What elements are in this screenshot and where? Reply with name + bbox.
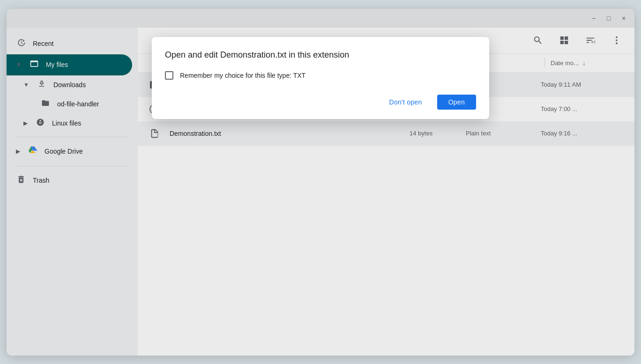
open-button[interactable]: Open [437, 95, 476, 110]
remember-choice-row: Remember my choice for this file type: T… [165, 71, 476, 80]
remember-choice-label: Remember my choice for this file type: T… [180, 72, 306, 79]
open-with-dialog: Open and edit Demonstration.txt in this … [152, 37, 489, 119]
remember-choice-checkbox[interactable] [165, 71, 173, 80]
dialog-actions: Don't open Open [165, 95, 476, 110]
dialog-title: Open and edit Demonstration.txt in this … [165, 50, 476, 60]
dont-open-button[interactable]: Don't open [380, 95, 432, 110]
dialog-overlay: Open and edit Demonstration.txt in this … [7, 9, 634, 356]
app-window: − □ × Recent ▼ My files [7, 9, 634, 356]
